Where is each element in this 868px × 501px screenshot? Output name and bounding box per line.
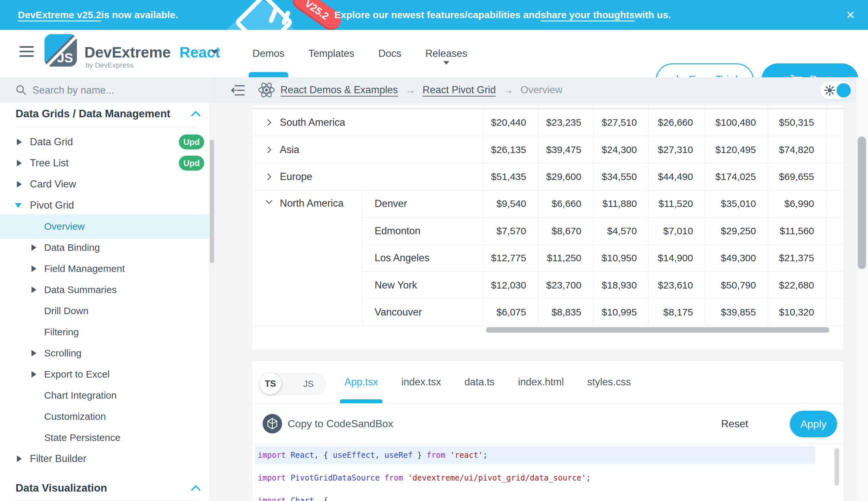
pivot-value-cell[interactable]: $11,250 (538, 245, 593, 271)
sidebar-item-chart-integration[interactable]: Chart Integration (0, 385, 214, 406)
apply-button[interactable]: Apply (790, 411, 837, 437)
pivot-value-cell[interactable]: $6,075 (483, 299, 538, 326)
pivot-value-cell[interactable]: $21,375 (768, 245, 826, 271)
pivot-region-row-header[interactable]: Asia (252, 136, 483, 163)
tab-data-ts[interactable]: data.ts (464, 361, 495, 403)
expand-chevron-icon[interactable] (32, 287, 36, 293)
theme-toggle[interactable] (820, 82, 853, 99)
sidebar-item-scrolling[interactable]: Scrolling (0, 343, 214, 364)
expand-chevron-icon[interactable] (32, 350, 36, 356)
nav-item-templates[interactable]: Templates (308, 30, 354, 77)
pivot-value-cell[interactable]: $51,435 (483, 163, 538, 190)
expand-chevron-icon[interactable] (17, 160, 22, 166)
pivot-value-cell[interactable]: $10,950 (593, 245, 649, 271)
pivot-value-cell[interactable]: $6,990 (768, 190, 826, 217)
pivot-value-cell[interactable]: $10,320 (768, 299, 826, 326)
pivot-value-cell[interactable]: $7,570 (483, 218, 538, 245)
pivot-value-cell[interactable]: $8,175 (649, 299, 705, 326)
pivot-region-row-header[interactable]: South America (252, 109, 483, 136)
pivot-value-cell[interactable]: $29,600 (538, 163, 593, 190)
pivot-city-row-header[interactable]: Edmonton (362, 218, 483, 245)
pivot-region-row-header[interactable]: Europe (252, 163, 483, 190)
page-scrollbar-thumb[interactable] (858, 137, 866, 269)
pivot-value-cell[interactable]: $8,835 (538, 299, 593, 326)
code-scrollbar-thumb[interactable] (835, 448, 839, 486)
ts-toggle-knob[interactable]: TS (260, 373, 281, 394)
sidebar-item-data-grid[interactable]: Data GridUpd (0, 131, 214, 153)
pivot-value-cell[interactable]: $69,655 (768, 163, 826, 190)
sidebar-item-pivot-grid[interactable]: Pivot Grid (0, 195, 214, 216)
pivot-value-cell[interactable]: $23,235 (538, 109, 593, 136)
code-editor[interactable]: import React, { useEffect, useRef } from… (252, 444, 844, 501)
pivot-value-cell[interactable]: $6,660 (538, 190, 593, 217)
banner-release-link[interactable]: DevExtreme v25.2 (18, 9, 101, 20)
breadcrumb-demos-link[interactable]: React Demos & Examples (281, 84, 398, 96)
js-logo[interactable]: JS (44, 34, 77, 67)
share-thoughts-link[interactable]: share your thoughts (540, 9, 635, 20)
section-collapse-chevron-up-icon[interactable] (191, 110, 201, 117)
pivot-city-row-header[interactable]: Vancouver (362, 299, 483, 326)
pivot-value-cell[interactable]: $44,490 (649, 163, 705, 190)
row-expand-chevron-icon[interactable] (265, 118, 273, 127)
sidebar-item-filtering[interactable]: Filtering (0, 322, 214, 343)
sidebar-item-filter-builder[interactable]: Filter Builder (0, 448, 214, 469)
pivot-value-cell[interactable]: $10,995 (593, 299, 649, 326)
pivot-value-cell[interactable]: $9,540 (483, 190, 538, 217)
pivot-value-cell[interactable]: $14,900 (649, 245, 705, 271)
pivot-value-cell[interactable]: $27,310 (649, 136, 705, 163)
row-expand-chevron-icon[interactable] (265, 146, 273, 154)
pivot-value-cell[interactable]: $18,930 (593, 271, 649, 299)
tab-styles-css[interactable]: styles.css (587, 361, 631, 403)
pivot-value-cell[interactable]: $100,480 (705, 109, 768, 136)
pivot-region-row-header[interactable]: North America (252, 190, 362, 326)
expand-chevron-icon[interactable] (32, 244, 36, 251)
collapse-chevron-icon[interactable] (15, 203, 21, 208)
pivot-city-row-header[interactable]: Denver (362, 190, 483, 217)
pivot-value-cell[interactable]: $34,550 (593, 163, 649, 190)
sidebar-item-data-binding[interactable]: Data Binding (0, 237, 214, 258)
framework-caret-icon[interactable] (211, 50, 218, 54)
pivot-value-cell[interactable]: $22,680 (768, 271, 826, 299)
pivot-value-cell[interactable]: $20,440 (483, 109, 538, 136)
tab-App-tsx[interactable]: App.tsx (344, 361, 378, 403)
pivot-value-cell[interactable]: $26,660 (649, 109, 705, 136)
pivot-value-cell[interactable]: $50,315 (768, 109, 826, 136)
nav-item-docs[interactable]: Docs (378, 30, 402, 77)
pivot-value-cell[interactable]: $23,610 (649, 271, 705, 299)
expand-chevron-icon[interactable] (32, 265, 36, 272)
tab-index-tsx[interactable]: index.tsx (401, 361, 441, 403)
sidebar-item-field-management[interactable]: Field Management (0, 258, 214, 279)
sidebar-item-card-view[interactable]: Card View (0, 174, 214, 195)
pivot-city-row-header[interactable]: New York (362, 271, 483, 299)
pivot-value-cell[interactable]: $29,250 (705, 218, 768, 245)
sidebar-item-state-persistence[interactable]: State Persistence (0, 427, 214, 448)
pivot-value-cell[interactable]: $35,010 (705, 190, 768, 217)
pivot-value-cell[interactable]: $174,025 (705, 163, 768, 190)
pivot-value-cell[interactable]: $11,520 (649, 190, 705, 217)
sidebar-item-drill-down[interactable]: Drill Down (0, 300, 214, 322)
pivot-value-cell[interactable]: $27,510 (593, 109, 649, 136)
pivot-value-cell[interactable]: $4,570 (593, 218, 649, 245)
row-expand-chevron-icon[interactable] (265, 172, 273, 181)
pivot-value-cell[interactable]: $120,495 (705, 136, 768, 163)
copy-to-codesandbox-label[interactable]: Copy to CodeSandBox (288, 404, 393, 444)
expand-chevron-icon[interactable] (17, 139, 22, 145)
pivot-value-cell[interactable]: $8,670 (538, 218, 593, 245)
brand-title[interactable]: DevExtreme React (85, 44, 220, 61)
pivot-value-cell[interactable]: $74,820 (768, 136, 826, 163)
js-toggle-option[interactable]: JS (303, 374, 314, 394)
pivot-value-cell[interactable]: $39,855 (705, 299, 768, 326)
nav-item-releases[interactable]: Releases (425, 30, 467, 77)
expand-chevron-icon[interactable] (17, 456, 22, 462)
pivot-value-cell[interactable]: $39,475 (538, 136, 593, 163)
banner-close-button[interactable]: ✕ (841, 0, 860, 30)
pivot-city-row-header[interactable]: Los Angeles (362, 245, 483, 271)
pivot-value-cell[interactable]: $23,700 (538, 271, 593, 299)
hamburger-menu-icon[interactable] (20, 46, 34, 57)
row-collapse-chevron-icon[interactable] (265, 198, 273, 206)
theme-toggle-knob[interactable] (836, 83, 851, 97)
pivot-value-cell[interactable]: $11,560 (768, 218, 826, 245)
pivot-value-cell[interactable]: $12,775 (483, 245, 538, 271)
ts-js-toggle[interactable]: TS JS (260, 373, 326, 395)
pivot-value-cell[interactable]: $12,030 (483, 271, 538, 299)
